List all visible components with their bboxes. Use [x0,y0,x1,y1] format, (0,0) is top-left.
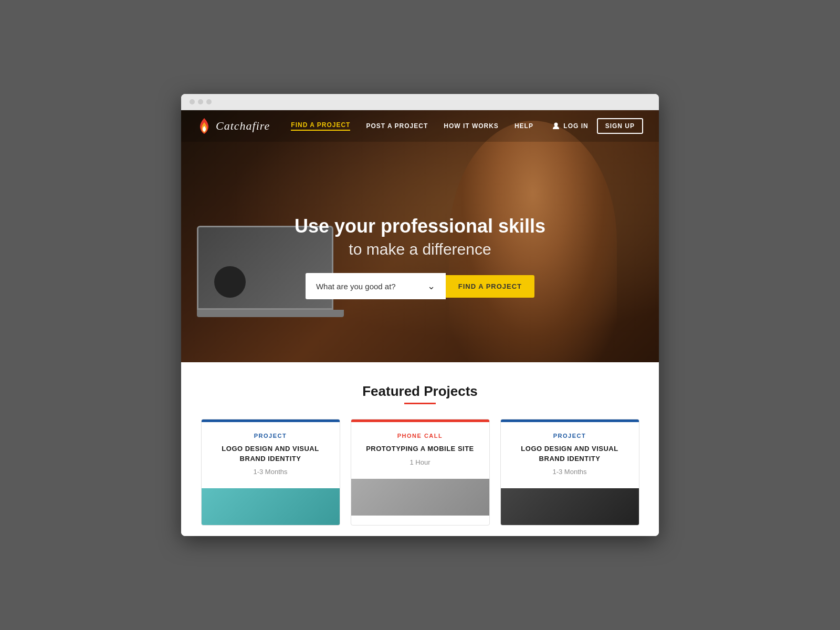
card-title-1: LOGO DESIGN AND VISUAL BRAND IDENTITY [210,444,331,463]
nav-post-project[interactable]: POST A PROJECT [366,122,428,130]
flame-icon [197,117,212,135]
browser-dot-red [190,99,195,104]
card-image-3 [501,488,639,525]
laptop-base [197,310,344,317]
browser-dot-yellow [198,99,203,104]
hero-subheadline: to make a difference [262,240,578,258]
card-image-2 [351,479,489,516]
card-body-3: PROJECT LOGO DESIGN AND VISUAL BRAND IDE… [501,422,639,488]
svg-point-0 [554,123,558,127]
hero-headline: Use your professional skills [262,215,578,237]
featured-divider [404,403,436,404]
nav-how-it-works[interactable]: HOW IT WORKS [444,122,499,130]
project-card-1[interactable]: PROJECT LOGO DESIGN AND VISUAL BRAND IDE… [201,419,340,525]
browser-dot-green [206,99,212,104]
signup-button[interactable]: SIGN UP [597,118,643,134]
card-duration-2: 1 Hour [360,458,481,466]
hero-search-row: What are you good at? ⌄ FIND A PROJECT [262,273,578,299]
chevron-down-icon: ⌄ [427,280,435,292]
featured-title: Featured Projects [197,383,643,400]
logo-text: Catchafire [216,119,270,133]
hero-section: Catchafire FIND A PROJECT POST A PROJECT… [181,110,659,362]
nav-links: FIND A PROJECT POST A PROJECT HOW IT WOR… [291,121,552,131]
card-duration-3: 1-3 Months [509,468,631,476]
card-type-2: PHONE CALL [360,433,481,439]
main-nav: Catchafire FIND A PROJECT POST A PROJECT… [181,110,659,142]
card-body-1: PROJECT LOGO DESIGN AND VISUAL BRAND IDE… [202,422,340,488]
project-card-3[interactable]: PROJECT LOGO DESIGN AND VISUAL BRAND IDE… [500,419,639,525]
browser-window: Catchafire FIND A PROJECT POST A PROJECT… [181,94,659,536]
card-title-3: LOGO DESIGN AND VISUAL BRAND IDENTITY [509,444,631,463]
card-image-1 [202,488,340,525]
card-title-2: PROTOTYPING A MOBILE SITE [360,444,481,454]
login-button[interactable]: LOG IN [552,122,588,130]
card-duration-1: 1-3 Months [210,468,331,476]
card-body-2: PHONE CALL PROTOTYPING A MOBILE SITE 1 H… [351,422,489,478]
nav-actions: LOG IN SIGN UP [552,118,643,134]
user-icon [552,122,560,130]
featured-section: Featured Projects PROJECT LOGO DESIGN AN… [181,362,659,536]
nav-help[interactable]: HELP [514,122,533,130]
hero-content: Use your professional skills to make a d… [262,215,578,299]
project-card-2[interactable]: PHONE CALL PROTOTYPING A MOBILE SITE 1 H… [351,419,490,525]
nav-find-project[interactable]: FIND A PROJECT [291,121,350,131]
logo-area[interactable]: Catchafire [197,117,270,135]
cards-row: PROJECT LOGO DESIGN AND VISUAL BRAND IDE… [197,419,643,525]
find-project-button[interactable]: FIND A PROJECT [446,275,534,298]
browser-chrome [181,94,659,110]
card-type-1: PROJECT [210,433,331,439]
card-type-3: PROJECT [509,433,631,439]
skills-dropdown-placeholder: What are you good at? [316,282,396,291]
skills-dropdown[interactable]: What are you good at? ⌄ [306,273,446,299]
